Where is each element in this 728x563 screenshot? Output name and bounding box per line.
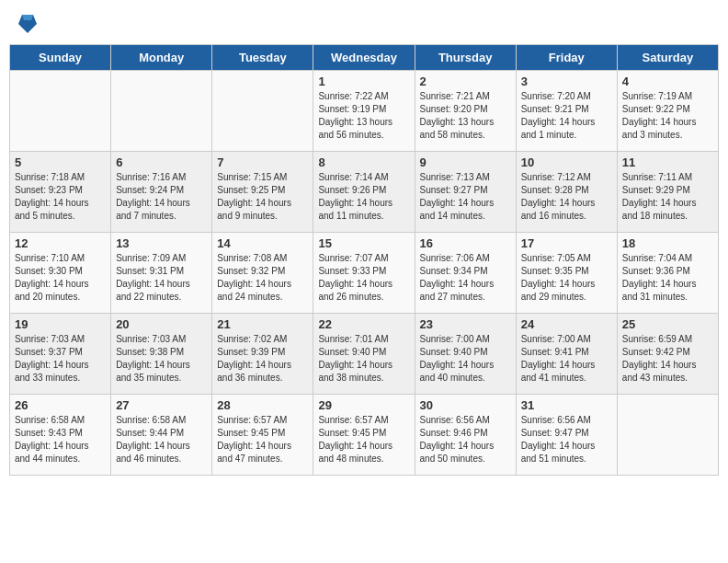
day-info: Sunrise: 6:58 AM Sunset: 9:44 PM Dayligh… <box>116 414 207 465</box>
day-number: 17 <box>521 236 612 250</box>
col-header-thursday: Thursday <box>415 45 516 71</box>
day-info: Sunrise: 7:06 AM Sunset: 9:34 PM Dayligh… <box>420 252 511 304</box>
calendar-cell <box>617 395 718 476</box>
day-info: Sunrise: 7:03 AM Sunset: 9:38 PM Dayligh… <box>116 333 207 385</box>
col-header-saturday: Saturday <box>617 45 718 71</box>
day-number: 12 <box>15 236 106 250</box>
day-number: 21 <box>217 317 308 331</box>
calendar-cell: 6Sunrise: 7:16 AM Sunset: 9:24 PM Daylig… <box>111 152 212 233</box>
calendar-cell: 19Sunrise: 7:03 AM Sunset: 9:37 PM Dayli… <box>10 314 111 395</box>
page-header <box>9 9 719 39</box>
calendar-cell: 16Sunrise: 7:06 AM Sunset: 9:34 PM Dayli… <box>415 233 516 314</box>
day-number: 6 <box>116 155 207 169</box>
calendar-cell: 2Sunrise: 7:21 AM Sunset: 9:20 PM Daylig… <box>415 71 516 152</box>
day-info: Sunrise: 7:19 AM Sunset: 9:22 PM Dayligh… <box>622 90 713 142</box>
day-number: 30 <box>420 398 511 412</box>
day-info: Sunrise: 7:22 AM Sunset: 9:19 PM Dayligh… <box>318 90 409 142</box>
day-info: Sunrise: 6:57 AM Sunset: 9:45 PM Dayligh… <box>318 414 409 465</box>
day-info: Sunrise: 7:02 AM Sunset: 9:39 PM Dayligh… <box>217 333 308 385</box>
calendar-cell <box>10 71 111 152</box>
calendar-cell: 17Sunrise: 7:05 AM Sunset: 9:35 PM Dayli… <box>516 233 617 314</box>
calendar-cell: 25Sunrise: 6:59 AM Sunset: 9:42 PM Dayli… <box>617 314 718 395</box>
calendar-cell: 1Sunrise: 7:22 AM Sunset: 9:19 PM Daylig… <box>313 71 415 152</box>
day-number: 29 <box>318 398 409 412</box>
calendar-cell: 3Sunrise: 7:20 AM Sunset: 9:21 PM Daylig… <box>516 71 617 152</box>
day-info: Sunrise: 7:11 AM Sunset: 9:29 PM Dayligh… <box>622 171 713 223</box>
col-header-sunday: Sunday <box>10 45 111 71</box>
calendar-cell: 18Sunrise: 7:04 AM Sunset: 9:36 PM Dayli… <box>617 233 718 314</box>
day-number: 24 <box>521 317 612 331</box>
logo-icon <box>18 13 37 35</box>
calendar-cell: 9Sunrise: 7:13 AM Sunset: 9:27 PM Daylig… <box>415 152 516 233</box>
day-info: Sunrise: 7:09 AM Sunset: 9:31 PM Dayligh… <box>116 252 207 304</box>
day-info: Sunrise: 6:58 AM Sunset: 9:43 PM Dayligh… <box>15 414 106 465</box>
calendar-cell: 8Sunrise: 7:14 AM Sunset: 9:26 PM Daylig… <box>313 152 415 233</box>
day-info: Sunrise: 6:57 AM Sunset: 9:45 PM Dayligh… <box>217 414 308 465</box>
col-header-tuesday: Tuesday <box>212 45 313 71</box>
day-number: 20 <box>116 317 207 331</box>
calendar-cell: 29Sunrise: 6:57 AM Sunset: 9:45 PM Dayli… <box>313 395 415 476</box>
day-info: Sunrise: 7:12 AM Sunset: 9:28 PM Dayligh… <box>521 171 612 223</box>
calendar-week-row: 5Sunrise: 7:18 AM Sunset: 9:23 PM Daylig… <box>10 152 719 233</box>
day-info: Sunrise: 7:08 AM Sunset: 9:32 PM Dayligh… <box>217 252 308 304</box>
day-info: Sunrise: 7:07 AM Sunset: 9:33 PM Dayligh… <box>318 252 409 304</box>
day-number: 10 <box>521 155 612 169</box>
day-info: Sunrise: 7:18 AM Sunset: 9:23 PM Dayligh… <box>15 171 106 223</box>
day-info: Sunrise: 7:16 AM Sunset: 9:24 PM Dayligh… <box>116 171 207 223</box>
calendar-cell: 21Sunrise: 7:02 AM Sunset: 9:39 PM Dayli… <box>212 314 313 395</box>
calendar-cell: 24Sunrise: 7:00 AM Sunset: 9:41 PM Dayli… <box>516 314 617 395</box>
calendar-cell: 5Sunrise: 7:18 AM Sunset: 9:23 PM Daylig… <box>10 152 111 233</box>
calendar-week-row: 12Sunrise: 7:10 AM Sunset: 9:30 PM Dayli… <box>10 233 719 314</box>
calendar-cell: 14Sunrise: 7:08 AM Sunset: 9:32 PM Dayli… <box>212 233 313 314</box>
day-number: 7 <box>217 155 308 169</box>
day-number: 25 <box>622 317 713 331</box>
calendar-cell: 10Sunrise: 7:12 AM Sunset: 9:28 PM Dayli… <box>516 152 617 233</box>
calendar-cell: 4Sunrise: 7:19 AM Sunset: 9:22 PM Daylig… <box>617 71 718 152</box>
calendar-week-row: 19Sunrise: 7:03 AM Sunset: 9:37 PM Dayli… <box>10 314 719 395</box>
day-number: 8 <box>318 155 409 169</box>
day-number: 31 <box>521 398 612 412</box>
calendar-cell <box>111 71 212 152</box>
calendar-cell: 30Sunrise: 6:56 AM Sunset: 9:46 PM Dayli… <box>415 395 516 476</box>
day-number: 13 <box>116 236 207 250</box>
day-number: 9 <box>420 155 511 169</box>
calendar-cell <box>212 71 313 152</box>
calendar-cell: 20Sunrise: 7:03 AM Sunset: 9:38 PM Dayli… <box>111 314 212 395</box>
col-header-monday: Monday <box>111 45 212 71</box>
day-number: 16 <box>420 236 511 250</box>
calendar-cell: 15Sunrise: 7:07 AM Sunset: 9:33 PM Dayli… <box>313 233 415 314</box>
calendar-week-row: 26Sunrise: 6:58 AM Sunset: 9:43 PM Dayli… <box>10 395 719 476</box>
day-number: 3 <box>521 75 612 88</box>
day-info: Sunrise: 7:10 AM Sunset: 9:30 PM Dayligh… <box>15 252 106 304</box>
col-header-friday: Friday <box>516 45 617 71</box>
day-number: 18 <box>622 236 713 250</box>
day-info: Sunrise: 7:01 AM Sunset: 9:40 PM Dayligh… <box>318 333 409 385</box>
calendar-cell: 23Sunrise: 7:00 AM Sunset: 9:40 PM Dayli… <box>415 314 516 395</box>
day-number: 23 <box>420 317 511 331</box>
day-number: 14 <box>217 236 308 250</box>
day-number: 27 <box>116 398 207 412</box>
col-header-wednesday: Wednesday <box>313 45 415 71</box>
day-info: Sunrise: 6:56 AM Sunset: 9:46 PM Dayligh… <box>420 414 511 465</box>
calendar-cell: 31Sunrise: 6:56 AM Sunset: 9:47 PM Dayli… <box>516 395 617 476</box>
day-info: Sunrise: 7:00 AM Sunset: 9:40 PM Dayligh… <box>420 333 511 385</box>
day-number: 1 <box>318 75 409 88</box>
calendar-cell: 7Sunrise: 7:15 AM Sunset: 9:25 PM Daylig… <box>212 152 313 233</box>
calendar-table: SundayMondayTuesdayWednesdayThursdayFrid… <box>9 44 719 476</box>
day-info: Sunrise: 7:00 AM Sunset: 9:41 PM Dayligh… <box>521 333 612 385</box>
day-number: 19 <box>15 317 106 331</box>
day-number: 11 <box>622 155 713 169</box>
day-info: Sunrise: 7:14 AM Sunset: 9:26 PM Dayligh… <box>318 171 409 223</box>
calendar-cell: 22Sunrise: 7:01 AM Sunset: 9:40 PM Dayli… <box>313 314 415 395</box>
day-info: Sunrise: 7:04 AM Sunset: 9:36 PM Dayligh… <box>622 252 713 304</box>
svg-marker-1 <box>22 15 33 20</box>
calendar-cell: 11Sunrise: 7:11 AM Sunset: 9:29 PM Dayli… <box>617 152 718 233</box>
logo <box>17 13 42 35</box>
day-number: 2 <box>420 75 511 88</box>
calendar-cell: 13Sunrise: 7:09 AM Sunset: 9:31 PM Dayli… <box>111 233 212 314</box>
day-number: 28 <box>217 398 308 412</box>
day-info: Sunrise: 7:13 AM Sunset: 9:27 PM Dayligh… <box>420 171 511 223</box>
day-info: Sunrise: 7:03 AM Sunset: 9:37 PM Dayligh… <box>15 333 106 385</box>
day-number: 5 <box>15 155 106 169</box>
day-number: 22 <box>318 317 409 331</box>
